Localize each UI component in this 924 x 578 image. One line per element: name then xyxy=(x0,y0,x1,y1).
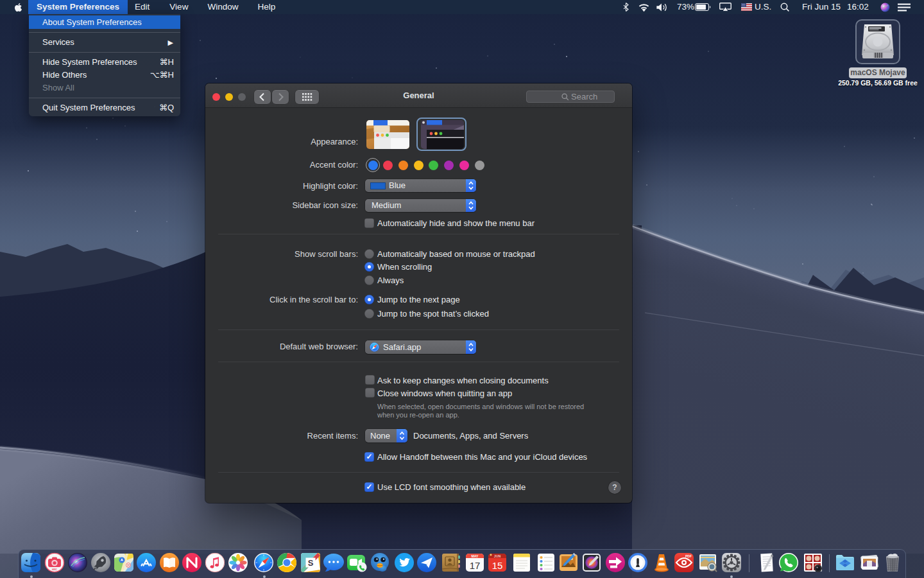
svg-text:S: S xyxy=(308,558,314,568)
svg-text:MAY: MAY xyxy=(471,554,479,558)
svg-text:17: 17 xyxy=(470,560,481,571)
svg-text:30: 30 xyxy=(126,564,130,567)
svg-text:PDF: PDF xyxy=(685,554,692,558)
svg-text:JUN: JUN xyxy=(494,554,501,558)
svg-text:HEIC: HEIC xyxy=(52,568,58,571)
svg-text:15: 15 xyxy=(492,560,503,571)
